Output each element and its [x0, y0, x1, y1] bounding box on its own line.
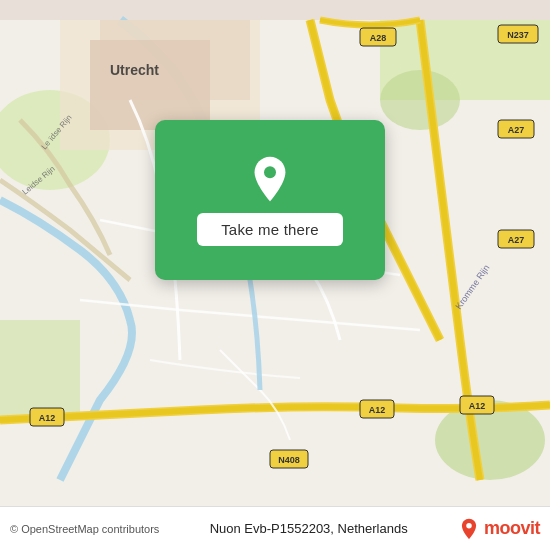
location-name: Nuon Evb-P1552203, Netherlands	[210, 521, 408, 536]
svg-point-29	[466, 523, 472, 529]
bottom-bar: © OpenStreetMap contributors Nuon Evb-P1…	[0, 506, 550, 550]
svg-text:A27: A27	[508, 235, 525, 245]
card-overlay: Take me there	[155, 120, 385, 280]
attribution-text: © OpenStreetMap contributors	[10, 523, 159, 535]
city-label: Utrecht	[110, 62, 159, 78]
svg-text:A27: A27	[508, 125, 525, 135]
svg-text:N408: N408	[278, 455, 300, 465]
take-me-there-button[interactable]: Take me there	[197, 213, 343, 246]
svg-point-28	[264, 166, 276, 178]
svg-text:A12: A12	[39, 413, 56, 423]
svg-text:N237: N237	[507, 30, 529, 40]
moovit-pin-icon	[458, 518, 480, 540]
svg-rect-4	[0, 320, 80, 420]
svg-text:A28: A28	[370, 33, 387, 43]
location-pin-icon	[246, 155, 294, 203]
svg-text:A12: A12	[369, 405, 386, 415]
svg-point-5	[380, 70, 460, 130]
moovit-text: moovit	[484, 518, 540, 539]
map-container: Utrecht N237 A27 A27 A28 A12 A12 A12 N40…	[0, 0, 550, 550]
bottom-left-info: © OpenStreetMap contributors	[10, 523, 159, 535]
svg-rect-8	[90, 40, 210, 130]
svg-text:A12: A12	[469, 401, 486, 411]
moovit-logo: moovit	[458, 518, 540, 540]
